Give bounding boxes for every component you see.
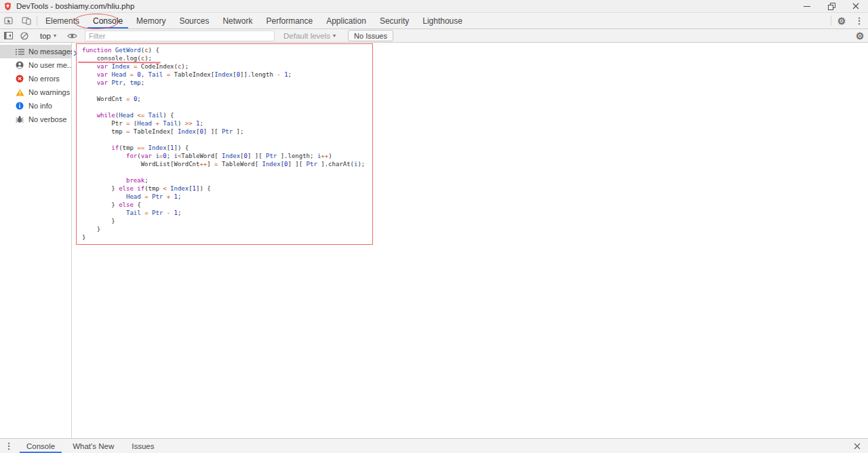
code-line: } else { — [82, 201, 372, 209]
info-icon — [15, 102, 24, 110]
show-console-sidebar-button[interactable] — [0, 32, 16, 39]
code-line: for(var i=0; i<TableWord[ Index[0] ][ Pt… — [82, 152, 372, 160]
code-line: Tail = Ptr - 1; — [82, 209, 372, 217]
device-toolbar-icon — [22, 16, 31, 25]
clear-console-button[interactable] — [16, 32, 33, 40]
drawer-tab-what-s-new[interactable]: What's New — [64, 439, 123, 453]
code-line: var Head = 0, Tail = TableIndex[Index[0]… — [82, 71, 372, 79]
tab-security[interactable]: Security — [373, 13, 416, 28]
tab-lighthouse[interactable]: Lighthouse — [416, 13, 469, 28]
restore-button[interactable] — [819, 0, 844, 12]
code-line: Head = Ptr + 1; — [82, 193, 372, 201]
sidebar-item-no-info[interactable]: No info — [0, 99, 71, 113]
no-issues-badge[interactable]: No Issues — [348, 30, 393, 41]
annotation-box: function GetWord(c) { console.log(c); va… — [76, 43, 373, 245]
toggle-device-toolbar-button[interactable] — [18, 13, 35, 28]
tab-sources[interactable]: Sources — [172, 13, 216, 28]
sidebar-item-label: No info — [28, 102, 52, 110]
tab-network[interactable]: Network — [216, 13, 259, 28]
console-sidebar: No messagesNo user me...No errorsNo warn… — [0, 43, 72, 438]
gear-icon: ⚙ — [856, 31, 865, 41]
code-line: } — [82, 225, 372, 233]
sidebar-item-label: No user me... — [28, 61, 73, 69]
code-line: WordList[WordCnt++] = TableWord[ Index[0… — [82, 160, 372, 168]
user-icon — [15, 61, 24, 69]
sidebar-item-label: No errors — [28, 75, 60, 83]
inspect-element-button[interactable] — [0, 13, 18, 28]
code-line — [82, 87, 372, 95]
live-expression-button[interactable] — [64, 33, 80, 39]
console-settings-button[interactable]: ⚙ — [852, 31, 868, 41]
close-icon — [854, 443, 861, 450]
close-drawer-button[interactable] — [846, 439, 868, 453]
code-line: } — [82, 217, 372, 225]
devtools-window: DevTools - boshiamy.com/hliu.php Element… — [0, 0, 868, 453]
sidebar-toggle-icon — [4, 32, 13, 39]
console-source-code: function GetWord(c) { console.log(c); va… — [77, 44, 372, 241]
drawer-tab-console[interactable]: Console — [18, 439, 64, 453]
chevron-down-icon: ▾ — [333, 33, 336, 39]
kebab-menu-icon: ⋮ — [855, 16, 864, 25]
inspect-cursor-icon — [4, 16, 14, 25]
minimize-button[interactable] — [795, 0, 819, 12]
tab-performance[interactable]: Performance — [259, 13, 319, 28]
clear-icon — [20, 32, 28, 40]
code-line: while(Head <= Tail) { — [82, 111, 372, 119]
sidebar-item-label: No verbose — [28, 115, 66, 123]
kebab-menu-icon: ⋮ — [5, 441, 14, 450]
code-line: var Index = CodeIndex(c); — [82, 62, 372, 71]
tab-application[interactable]: Application — [319, 13, 373, 28]
code-line: tmp = TableIndex[ Index[0] ][ Ptr ]; — [82, 127, 372, 136]
code-line: } — [82, 233, 372, 241]
sidebar-item-no-user-me[interactable]: No user me... — [0, 58, 71, 72]
list-icon — [15, 47, 24, 56]
sidebar-item-no-errors[interactable]: No errors — [0, 72, 71, 85]
tab-console[interactable]: Console — [86, 13, 130, 28]
separator — [831, 16, 831, 26]
log-levels-dropdown[interactable]: Default levels ▾ — [281, 32, 338, 40]
code-line: function GetWord(c) { — [82, 46, 372, 54]
sidebar-item-no-warnings[interactable]: No warnings — [0, 85, 71, 99]
brave-shield-icon — [3, 2, 12, 11]
sidebar-item-label: No messages — [28, 47, 74, 56]
chevron-down-icon: ▾ — [54, 33, 56, 39]
devtools-tab-bar: ElementsConsoleMemorySourcesNetworkPerfo… — [0, 13, 868, 29]
main-menu-button[interactable]: ⋮ — [850, 13, 868, 28]
tab-memory[interactable]: Memory — [130, 13, 172, 28]
separator — [37, 16, 37, 26]
drawer-tab-issues[interactable]: Issues — [123, 439, 163, 453]
console-toolbar: top ▾ Default levels ▾ No Issues ⚙ — [0, 29, 868, 43]
warning-icon — [15, 88, 24, 96]
sidebar-item-no-verbose[interactable]: No verbose — [0, 113, 71, 126]
code-line: break; — [82, 176, 372, 184]
window-title: DevTools - boshiamy.com/hliu.php — [16, 2, 134, 10]
code-line: WordCnt = 0; — [82, 95, 372, 103]
drawer-tab-strip: ConsoleWhat's NewIssues — [18, 439, 163, 453]
gear-icon: ⚙ — [837, 16, 846, 26]
console-panel: No messagesNo user me...No errorsNo warn… — [0, 43, 868, 438]
code-line — [82, 136, 372, 144]
context-label: top — [40, 32, 51, 40]
title-bar: DevTools - boshiamy.com/hliu.php — [0, 0, 868, 13]
drawer-menu-button[interactable]: ⋮ — [0, 439, 18, 453]
tab-elements[interactable]: Elements — [39, 13, 86, 28]
code-line — [82, 168, 372, 176]
verbose-icon — [15, 115, 24, 123]
settings-button[interactable]: ⚙ — [833, 13, 850, 28]
code-line: if(tmp == Index[1]) { — [82, 144, 372, 152]
error-icon — [15, 75, 24, 83]
filter-input[interactable] — [85, 31, 275, 41]
code-line: var Ptr, tmp; — [82, 79, 372, 87]
code-line: console.log(c); — [82, 54, 372, 62]
sidebar-item-label: No warnings — [28, 88, 70, 96]
console-messages-area[interactable]: function GetWord(c) { console.log(c); va… — [72, 43, 868, 438]
close-window-button[interactable] — [844, 0, 868, 12]
sidebar-item-no-messages[interactable]: No messages — [0, 45, 71, 58]
javascript-context-selector[interactable]: top ▾ — [36, 32, 60, 40]
log-levels-label: Default levels — [283, 32, 330, 40]
code-line: Ptr = (Head + Tail) >> 1; — [82, 119, 372, 127]
eye-icon — [67, 33, 77, 39]
code-line — [82, 103, 372, 111]
code-line: } else if(tmp < Index[1]) { — [82, 184, 372, 193]
drawer-bar: ⋮ ConsoleWhat's NewIssues — [0, 438, 868, 453]
